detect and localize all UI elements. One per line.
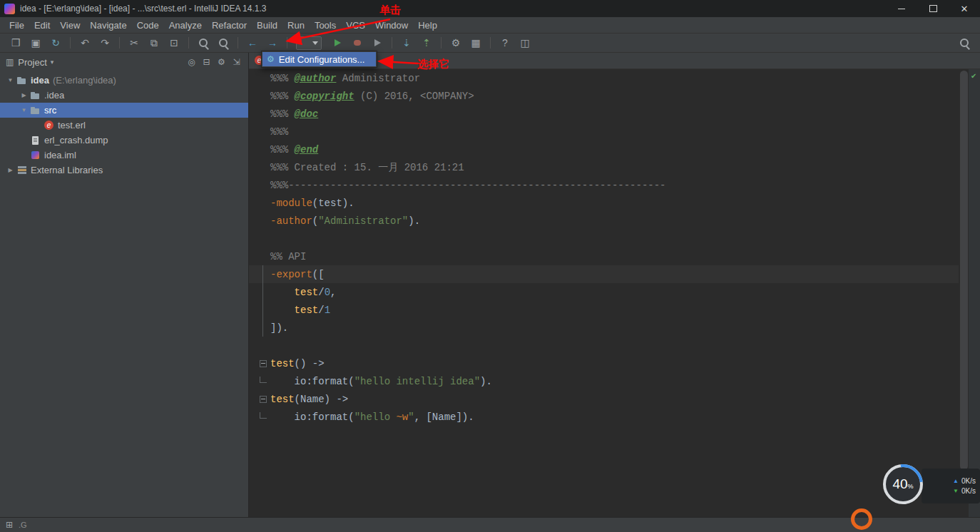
code-line[interactable]: test/0, [249, 283, 959, 301]
gutter [249, 194, 270, 212]
code-line[interactable]: -export([ [249, 265, 959, 283]
collapsed-arrow-icon[interactable]: ▶ [4, 167, 16, 173]
inspection-ok-icon[interactable] [971, 72, 976, 80]
code-line[interactable]: %%%-------------------------------------… [249, 176, 959, 194]
menu-view[interactable]: View [55, 19, 85, 32]
run-configurations-combobox[interactable] [296, 36, 322, 50]
menu-item-edit-configurations[interactable]: ⚙ Edit Configurations... [262, 52, 376, 66]
hide-panel-icon[interactable]: ⇲ [229, 57, 244, 67]
code-line[interactable]: ]). [249, 319, 959, 337]
project-structure-icon[interactable]: ▦ [469, 36, 482, 49]
menu-edit[interactable]: Edit [29, 19, 55, 32]
copy-icon[interactable]: ⧉ [148, 36, 160, 49]
code-line[interactable]: test/1 [249, 301, 959, 319]
editor-scrollbar[interactable] [959, 69, 969, 517]
code-line[interactable] [249, 337, 959, 354]
chevron-down-icon[interactable]: ▾ [51, 58, 54, 66]
code-line[interactable]: %%% [249, 123, 959, 140]
debug-icon[interactable] [351, 36, 364, 49]
undo-icon[interactable]: ↶ [78, 36, 91, 49]
run-icon[interactable] [331, 36, 344, 49]
scrollbar-thumb[interactable] [960, 71, 968, 470]
vcs-update-icon[interactable]: ⇣ [400, 36, 413, 49]
code-line[interactable]: -module(test). [249, 194, 959, 212]
menu-analyze[interactable]: Analyze [164, 19, 207, 32]
collapsed-arrow-icon[interactable]: ▶ [18, 92, 30, 98]
minimize-icon [898, 9, 905, 9]
tree-item-label: External Libraries [31, 165, 103, 175]
help-icon[interactable]: ? [499, 36, 511, 49]
vcs-commit-icon[interactable]: ⇡ [420, 36, 433, 49]
expanded-arrow-icon[interactable]: ▼ [18, 107, 30, 113]
maximize-button[interactable] [917, 0, 949, 17]
tree-item-idea[interactable]: ▼idea (E:\erlang\idea) [0, 73, 248, 88]
fold-start-icon[interactable] [249, 390, 270, 408]
code-area[interactable]: %%% @author Administrator%%% @copyright … [249, 69, 959, 517]
run-configurations-popup: ⚙ Edit Configurations... [261, 51, 377, 68]
synchronize-icon[interactable]: ↻ [49, 36, 62, 49]
cut-icon[interactable]: ✂ [128, 36, 141, 49]
search-everywhere-icon[interactable] [958, 36, 971, 49]
code-text: -author("Administrator"). [270, 215, 420, 227]
tree-item-test-erl[interactable]: test.erl [0, 118, 248, 133]
code-line[interactable]: %% API [249, 247, 959, 265]
find-icon[interactable] [197, 36, 210, 49]
expanded-arrow-icon[interactable]: ▼ [4, 77, 16, 83]
run-with-coverage-icon[interactable] [371, 36, 384, 49]
code-line[interactable]: %%% @copyright (C) 2016, <COMPANY> [249, 87, 959, 105]
code-line[interactable]: %%% @author Administrator [249, 69, 959, 87]
editor-area: %%% @author Administrator%%% @copyright … [249, 53, 980, 517]
toolwindow-toggle-icon[interactable]: ⊞ [6, 520, 13, 530]
menu-file[interactable]: File [4, 19, 29, 32]
forward-icon[interactable]: → [266, 36, 279, 49]
fold-end-icon[interactable] [249, 408, 270, 426]
gutter [249, 337, 270, 354]
recorder-logo-icon[interactable] [851, 508, 872, 530]
code-line[interactable]: %%% Created : 15. 一月 2016 21:21 [249, 158, 959, 176]
save-all-icon[interactable]: ▣ [29, 36, 42, 49]
menu-refactor[interactable]: Refactor [207, 19, 252, 32]
percent-gauge[interactable]: 40 % [883, 464, 923, 504]
code-line[interactable]: io:format("hello ~w", [Name]). [249, 408, 959, 426]
menu-tools[interactable]: Tools [310, 19, 341, 32]
open-icon[interactable]: ❒ [9, 36, 22, 49]
code-text: %%% @author Administrator [270, 73, 420, 84]
tree-item-erl-crash-dump[interactable]: erl_crash.dump [0, 133, 248, 148]
back-icon[interactable]: ← [246, 36, 259, 49]
code-line[interactable]: %%% @end [249, 140, 959, 158]
panel-settings-gear-icon[interactable]: ⚙ [214, 57, 229, 67]
code-line[interactable]: test() -> [249, 354, 959, 372]
menu-run[interactable]: Run [282, 19, 310, 32]
tree-item-idea[interactable]: ▶.idea [0, 88, 248, 103]
code-line[interactable]: %%% @doc [249, 105, 959, 123]
restore-layout-icon[interactable]: ◫ [519, 36, 531, 49]
gutter [249, 265, 270, 283]
minimize-button[interactable] [886, 0, 917, 17]
tree-item-idea-iml[interactable]: idea.iml [0, 148, 248, 163]
menu-window[interactable]: Window [370, 19, 413, 32]
redo-icon[interactable]: ↷ [98, 36, 111, 49]
collapse-all-icon[interactable]: ⊟ [199, 57, 214, 67]
paste-icon[interactable]: ⊡ [168, 36, 180, 49]
tree-item-external-libraries[interactable]: ▶External Libraries [0, 163, 248, 178]
code-line[interactable] [249, 230, 959, 247]
menu-build[interactable]: Build [252, 19, 282, 32]
code-line[interactable]: test(Name) -> [249, 390, 959, 408]
code-line[interactable]: -author("Administrator"). [249, 212, 959, 230]
replace-icon[interactable] [217, 36, 230, 49]
menu-vcs[interactable]: VCS [341, 19, 370, 32]
tree-item-src[interactable]: ▼src [0, 103, 248, 118]
fold-end-icon[interactable] [249, 372, 270, 390]
menu-code[interactable]: Code [132, 19, 164, 32]
settings-icon[interactable]: ⚙ [449, 36, 462, 49]
close-button[interactable]: ✕ [949, 0, 980, 17]
intellij-idea-window: { "window": { "title": "idea - [E:\\erla… [0, 0, 980, 532]
project-panel-icon: ▥ [6, 57, 14, 67]
fold-start-icon[interactable] [249, 354, 270, 372]
menu-help[interactable]: Help [413, 19, 442, 32]
code-line[interactable]: io:format("hello intellij idea"). [249, 372, 959, 390]
scroll-from-source-icon[interactable]: ◎ [184, 57, 199, 67]
toolbar-separator [287, 37, 287, 48]
erlang-file-icon [44, 120, 55, 131]
menu-navigate[interactable]: Navigate [85, 19, 131, 32]
